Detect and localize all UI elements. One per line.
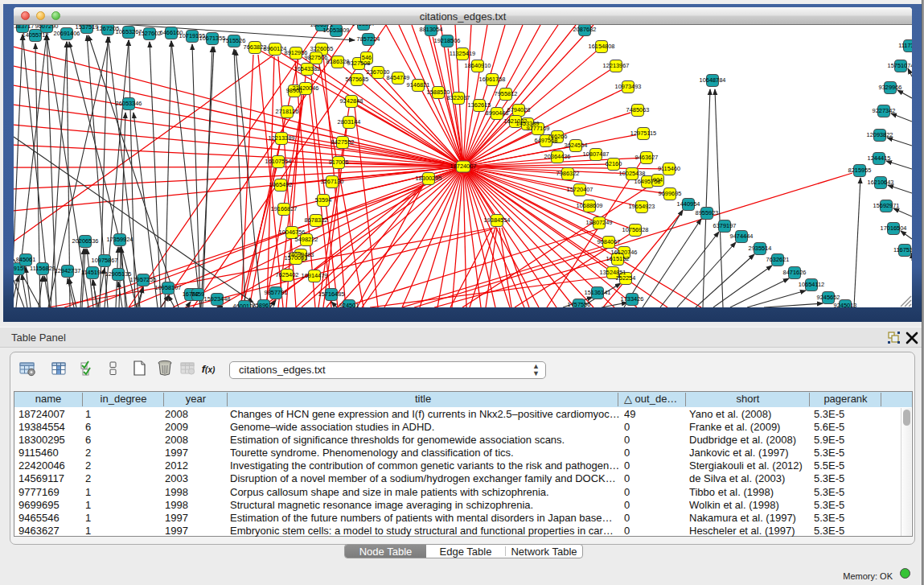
svg-text:9777169: 9777169 [527, 125, 550, 132]
svg-text:3267130: 3267130 [321, 178, 344, 185]
svg-text:20691406: 20691406 [54, 30, 80, 37]
svg-text:9245013: 9245013 [834, 302, 857, 307]
svg-text:1440954: 1440954 [677, 200, 700, 208]
svg-text:1615152: 1615152 [606, 255, 630, 262]
svg-text:546: 546 [362, 54, 372, 61]
svg-text:9245652: 9245652 [817, 294, 840, 301]
svg-text:8322037: 8322037 [447, 94, 470, 101]
svg-text:7986322: 7986322 [556, 170, 580, 177]
svg-text:8186328: 8186328 [326, 58, 350, 65]
svg-text:5875685: 5875685 [346, 76, 369, 83]
svg-text:9463627: 9463627 [635, 154, 659, 161]
svg-text:10025438: 10025438 [619, 170, 646, 177]
svg-text:62160: 62160 [606, 160, 622, 167]
svg-text:9827506: 9827506 [305, 54, 328, 61]
svg-text:8990448: 8990448 [486, 109, 509, 117]
svg-text:12213389: 12213389 [269, 134, 295, 142]
svg-text:53594: 53594 [315, 196, 332, 204]
svg-text:1537519: 1537519 [76, 25, 99, 31]
svg-text:10756928: 10756928 [622, 226, 649, 233]
svg-text:16961758: 16961758 [479, 76, 506, 83]
svg-text:19654923: 19654923 [629, 203, 655, 210]
svg-text:12213967: 12213967 [603, 62, 630, 69]
svg-text:8813054: 8813054 [420, 26, 443, 33]
svg-text:10975867: 10975867 [92, 257, 118, 264]
svg-text:12942737: 12942737 [55, 267, 81, 274]
svg-text:15751074: 15751074 [888, 62, 912, 69]
svg-text:7459: 7459 [191, 290, 204, 298]
svg-text:6497568: 6497568 [535, 137, 558, 144]
svg-text:39159: 39159 [14, 265, 27, 272]
svg-text:8678332: 8678332 [305, 216, 328, 224]
svg-text:1117312: 1117312 [898, 42, 912, 49]
svg-text:845061: 845061 [16, 256, 36, 263]
svg-text:2718126: 2718126 [276, 108, 299, 115]
svg-text:16210643: 16210643 [868, 179, 894, 186]
svg-text:5498222: 5498222 [295, 236, 318, 243]
svg-text:9699695: 9699695 [659, 190, 682, 197]
svg-text:1733426: 1733426 [621, 295, 644, 303]
svg-text:10958107: 10958107 [155, 284, 182, 291]
svg-text:10688609: 10688609 [577, 202, 603, 209]
svg-text:18807249: 18807249 [586, 219, 613, 226]
svg-text:9146821: 9146821 [407, 81, 430, 89]
svg-text:19166827: 19166827 [271, 205, 298, 212]
svg-text:917006: 917006 [329, 159, 349, 166]
svg-text:2087682: 2087682 [573, 26, 597, 33]
svg-text:17016504: 17016504 [881, 225, 907, 232]
svg-text:1244415: 1244415 [868, 154, 891, 162]
svg-text:9329966: 9329966 [879, 84, 902, 91]
svg-text:19384554: 19384554 [484, 216, 511, 224]
svg-text:26053346: 26053346 [116, 100, 142, 107]
svg-text:8471626: 8471626 [783, 269, 807, 276]
svg-text:3624554: 3624554 [565, 142, 588, 149]
svg-text:12975115: 12975115 [630, 130, 656, 137]
svg-text:9242848: 9242848 [340, 97, 363, 105]
svg-text:1757556: 1757556 [568, 301, 591, 307]
svg-text:16543382: 16543382 [294, 65, 321, 72]
svg-text:10671355: 10671355 [199, 35, 226, 42]
svg-text:9227342: 9227342 [873, 107, 896, 114]
svg-text:18640910: 18640910 [465, 62, 491, 69]
svg-text:1453307: 1453307 [352, 25, 376, 27]
svg-text:f(x): f(x) [202, 363, 216, 375]
svg-text:10648784: 10648784 [700, 76, 726, 84]
svg-text:12905135: 12905135 [105, 270, 132, 278]
svg-text:1167533: 1167533 [893, 246, 912, 253]
svg-text:9115460: 9115460 [658, 165, 680, 172]
svg-text:7485063: 7485063 [626, 106, 650, 113]
svg-text:10973493: 10973493 [615, 83, 642, 90]
svg-text:17957255: 17957255 [130, 276, 157, 283]
svg-text:16107554: 16107554 [265, 158, 292, 165]
svg-text:8960124: 8960124 [264, 45, 287, 52]
svg-text:10807487: 10807487 [583, 150, 610, 158]
svg-text:14055712: 14055712 [23, 31, 49, 39]
svg-text:9857791: 9857791 [265, 289, 288, 296]
svg-text:7632621: 7632621 [766, 256, 790, 263]
svg-text:8454749: 8454749 [387, 74, 410, 81]
svg-text:1362615: 1362615 [468, 101, 491, 109]
svg-text:8427552: 8427552 [331, 138, 355, 146]
svg-text:6379197: 6379197 [713, 222, 737, 229]
svg-text:18300295: 18300295 [416, 175, 442, 182]
svg-text:15692971: 15692971 [873, 202, 900, 209]
svg-text:1065492: 1065492 [269, 181, 293, 188]
svg-text:19218506: 19218506 [434, 37, 461, 44]
svg-text:252254: 252254 [616, 274, 636, 282]
svg-text:17359924: 17359924 [107, 236, 133, 243]
svg-text:16914479: 16914479 [302, 272, 328, 279]
svg-text:1145194: 1145194 [81, 269, 104, 276]
svg-text:7857224: 7857224 [357, 35, 380, 43]
svg-text:20364436: 20364436 [544, 153, 571, 160]
svg-text:6794028: 6794028 [507, 106, 531, 113]
svg-text:11156829: 11156829 [30, 265, 55, 272]
svg-text:1570091: 1570091 [285, 254, 308, 262]
svg-text:2803144: 2803144 [338, 118, 361, 126]
svg-text:18724007: 18724007 [450, 163, 477, 170]
svg-text:2589677: 2589677 [253, 302, 276, 307]
svg-text:15720407: 15720407 [567, 186, 593, 193]
svg-text:20206536: 20206536 [72, 237, 99, 245]
svg-text:3226055: 3226055 [310, 45, 334, 52]
svg-text:12093822: 12093822 [867, 131, 893, 138]
svg-text:8955923: 8955923 [696, 209, 719, 216]
